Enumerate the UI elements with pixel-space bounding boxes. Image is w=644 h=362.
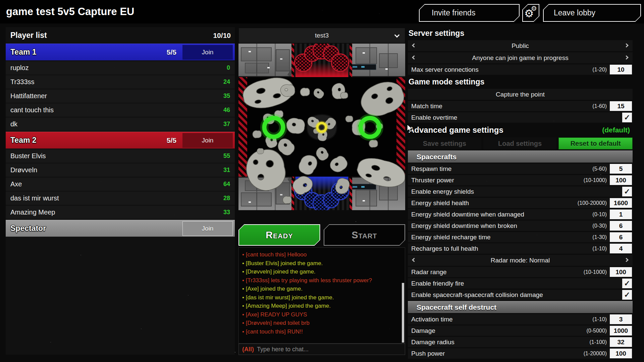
chevron-left-icon[interactable] xyxy=(412,258,416,262)
save-settings-button[interactable]: Save settings xyxy=(408,137,481,149)
team2-slots: 5/5 xyxy=(167,136,176,144)
chat-input[interactable] xyxy=(257,346,401,353)
respawn-time-value[interactable]: 5 xyxy=(610,164,632,174)
invite-friends-button[interactable]: Invite friends xyxy=(419,4,520,22)
player-score: 33 xyxy=(223,209,230,216)
settings-gear-button[interactable]: ⚙ ⚙ xyxy=(522,4,539,22)
load-settings-button[interactable]: Load settings xyxy=(483,137,557,149)
mouse-cursor xyxy=(407,124,415,133)
setting-label: Activation time xyxy=(411,316,453,323)
join-policy-selector[interactable]: Anyone can join game in progress xyxy=(408,52,633,63)
player-name: Hattifattener xyxy=(10,92,47,100)
team1-row: Team 1 5/5 Join xyxy=(6,44,235,60)
game-mode-selector[interactable]: Capture the point xyxy=(408,89,633,100)
map-select-dropdown[interactable]: test3 xyxy=(238,28,405,43)
friendly-fire-checkbox[interactable]: ✓ xyxy=(622,279,632,288)
collision-damage-row: Enable spacecraft-spacecraft collision d… xyxy=(408,290,633,300)
max-connections-row: Max server connections (1-20) 10 xyxy=(408,64,633,75)
chat-message: [Axe] READY UP GUYS xyxy=(242,310,400,319)
recharge-full-value[interactable]: 4 xyxy=(610,244,632,253)
ready-button[interactable]: Ready xyxy=(238,224,320,246)
setting-range: (1-10) xyxy=(592,316,607,322)
invite-friends-label: Invite friends xyxy=(432,8,475,17)
player-row: Axe 64 xyxy=(6,178,235,191)
team2-row: Team 2 5/5 Join xyxy=(6,132,235,148)
shield-recharge-row: Energy shield recharge time (1-30) 6 xyxy=(408,232,633,242)
server-settings-heading: Server settings xyxy=(408,27,633,39)
game-mode-settings-heading: Game mode settings xyxy=(408,76,633,88)
server-visibility-selector[interactable]: Public xyxy=(408,40,633,51)
shield-downtime-damaged-value[interactable]: 1 xyxy=(610,209,632,219)
setting-range: (1-20) xyxy=(592,67,607,73)
chat-message: [cant touch this] RUN!! xyxy=(242,327,400,336)
team1-join-button[interactable]: Join xyxy=(182,45,233,60)
recharge-full-row: Recharges to full health (1-10) 4 xyxy=(408,243,633,254)
setting-range: (0-10) xyxy=(592,212,607,218)
spectator-join-button[interactable]: Join xyxy=(182,221,233,236)
damage-radius-row: Damage radius (1-100) 32 xyxy=(408,337,633,347)
player-score: 28 xyxy=(223,195,230,202)
thruster-power-value[interactable]: 100 xyxy=(610,175,632,185)
spectator-row: Spectator Join xyxy=(6,220,235,237)
setting-range: (1-30) xyxy=(592,234,607,240)
red-base xyxy=(294,44,350,77)
chevron-right-icon[interactable] xyxy=(624,55,629,60)
shield-downtime-broken-value[interactable]: 6 xyxy=(610,221,632,231)
damage-radius-value[interactable]: 32 xyxy=(610,337,632,347)
setting-range: (10-1000) xyxy=(584,269,607,275)
radar-mode-value: Radar mode: Normal xyxy=(491,257,550,264)
map-preview xyxy=(238,44,405,210)
team2-join-label: Join xyxy=(202,137,214,144)
lobby-screen: game test 5v5 Capture EU Invite friends … xyxy=(0,0,644,362)
chevron-left-icon[interactable] xyxy=(412,55,416,60)
chat-scrollbar[interactable] xyxy=(402,283,404,343)
setting-label: Push power xyxy=(411,350,445,357)
leave-lobby-button[interactable]: Leave lobby xyxy=(543,4,641,22)
push-power-value[interactable]: 100 xyxy=(610,349,632,358)
server-visibility-value: Public xyxy=(512,42,529,50)
team1-join-label: Join xyxy=(202,49,214,56)
match-time-value[interactable]: 15 xyxy=(610,101,632,111)
setting-label: Energy shield health xyxy=(411,199,469,207)
activation-time-value[interactable]: 3 xyxy=(610,314,632,324)
chevron-right-icon[interactable] xyxy=(624,258,629,262)
push-power-row: Push power (1-20000) 100 xyxy=(408,348,633,359)
spectator-join-label: Join xyxy=(202,225,214,232)
setting-range: (1-10) xyxy=(592,246,607,252)
enable-shields-checkbox[interactable]: ✓ xyxy=(622,187,632,196)
join-policy-value: Anyone can join game in progress xyxy=(472,54,568,62)
reset-to-default-button[interactable]: Reset to default xyxy=(558,137,633,149)
setting-label: Radar range xyxy=(411,268,447,276)
max-connections-value[interactable]: 10 xyxy=(610,65,632,74)
setting-range: (5-60) xyxy=(592,166,607,172)
player-score: 24 xyxy=(223,78,230,85)
map-and-chat-column: test3 xyxy=(238,0,405,362)
damage-row: Damage (0-5000) 1000 xyxy=(408,325,633,336)
chevron-left-icon[interactable] xyxy=(412,43,416,48)
lobby-title: game test 5v5 Capture EU xyxy=(6,6,134,18)
shield-recharge-value[interactable]: 6 xyxy=(610,232,632,242)
damage-value[interactable]: 1000 xyxy=(610,326,632,336)
player-name: Buster Elvis xyxy=(10,152,46,160)
self-destruct-section-bar: Spacecraft self destruct xyxy=(408,301,633,313)
enable-overtime-checkbox[interactable]: ✓ xyxy=(622,113,632,122)
leave-lobby-label: Leave lobby xyxy=(554,8,595,17)
player-name: Amazing Meep xyxy=(10,208,55,216)
player-list-title: Player list xyxy=(10,31,47,40)
team2-name: Team 2 xyxy=(10,136,37,145)
team2-join-button[interactable]: Join xyxy=(182,133,233,148)
start-label: Start xyxy=(352,230,377,241)
chat-message: [das ist mir wurst] joined the game. xyxy=(242,293,400,302)
shield-health-value[interactable]: 1600 xyxy=(610,198,632,208)
chat-log[interactable]: [cant touch this] Hellooo [Buster Elvis]… xyxy=(238,247,405,344)
setting-label: Enable spacecraft-spacecraft collision d… xyxy=(411,291,543,299)
chevron-right-icon[interactable] xyxy=(624,43,629,48)
setting-label: Damage radius xyxy=(411,339,454,346)
spectator-label: Spectator xyxy=(10,224,46,233)
collision-damage-checkbox[interactable]: ✓ xyxy=(622,290,632,300)
gear-icon: ⚙ xyxy=(531,5,537,12)
radar-range-value[interactable]: 100 xyxy=(610,267,632,277)
start-button[interactable]: Start xyxy=(324,224,406,246)
checkmark-icon: ✓ xyxy=(624,280,630,287)
radar-mode-selector[interactable]: Radar mode: Normal xyxy=(408,255,633,266)
